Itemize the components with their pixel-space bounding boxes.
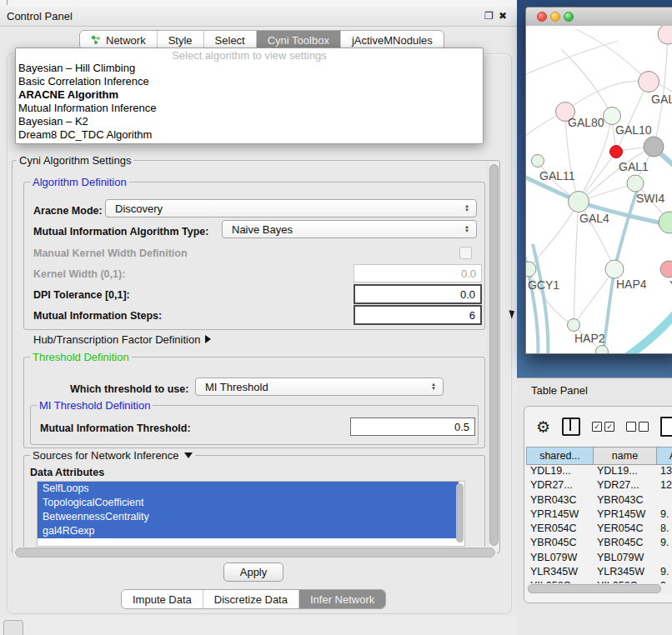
- which-threshold-combobox[interactable]: MI Threshold ▲▼: [195, 378, 444, 396]
- tab-jactivemnodules[interactable]: jActiveMNodules: [341, 31, 444, 49]
- network-node-hap4[interactable]: [605, 260, 624, 278]
- control-panel-window: Control Panel ❐ ✖ Network Style Select C…: [0, 7, 517, 617]
- network-node[interactable]: [604, 108, 621, 125]
- tab-cyni-toolbox[interactable]: Cyni Toolbox: [257, 31, 341, 49]
- close-window-icon[interactable]: ✖: [499, 10, 507, 22]
- node-label-hap4: HAP4: [616, 278, 647, 291]
- attribute-list-scrollbar[interactable]: [456, 483, 464, 542]
- tab-network[interactable]: Network: [80, 31, 158, 49]
- bottom-tabbar: Impute Data Discretize Data Infer Networ…: [121, 589, 386, 609]
- attribute-item-selected[interactable]: gal4RGexp: [38, 524, 459, 538]
- network-node[interactable]: [660, 261, 672, 278]
- table-horizontal-scrollbar[interactable]: [526, 583, 672, 593]
- tab-style[interactable]: Style: [158, 31, 204, 49]
- node-label-gal4: GAL4: [579, 212, 609, 225]
- table-row[interactable]: YBR043CYBR043C: [526, 494, 672, 508]
- network-node-gcy1[interactable]: [526, 262, 536, 277]
- column-header-name[interactable]: name: [593, 447, 656, 465]
- apply-button[interactable]: Apply: [223, 562, 283, 582]
- data-attributes-list[interactable]: SelfLoops TopologicalCoefficient Between…: [37, 481, 465, 547]
- columns-icon[interactable]: [562, 418, 580, 436]
- tab-discretize-data[interactable]: Discretize Data: [203, 590, 299, 608]
- network-node-gal4[interactable]: [569, 192, 589, 212]
- tab-network-label: Network: [106, 34, 146, 47]
- settings-vertical-scrollbar[interactable]: [488, 162, 499, 550]
- network-node[interactable]: [532, 155, 544, 168]
- network-node-gal10[interactable]: [644, 137, 664, 157]
- dropdown-item[interactable]: Basic Correlation Inference: [18, 75, 149, 88]
- kernel-width-field[interactable]: 0.0: [354, 264, 482, 282]
- mi-threshold-field[interactable]: 0.5: [350, 418, 475, 436]
- table-row[interactable]: YER054CYER054C8.: [526, 522, 672, 537]
- dropdown-item[interactable]: Bayesian – Hill Climbing: [18, 62, 135, 74]
- dropdown-placeholder: Select algorithm to view settings: [16, 49, 483, 62]
- deselect-all-columns-icon[interactable]: [626, 422, 649, 432]
- aracne-mode-label: Aracne Mode:: [33, 205, 103, 217]
- table-row[interactable]: YBR045CYBR045C9.: [526, 537, 672, 551]
- mi-steps-field[interactable]: 6: [354, 305, 482, 325]
- node-label-gcy1: GCY1: [528, 278, 559, 292]
- node-label-gal80: GAL80: [568, 116, 604, 129]
- algorithm-dropdown-popup: Select algorithm to view settings Bayesi…: [15, 48, 484, 144]
- export-table-icon[interactable]: [660, 417, 672, 437]
- mac-close-button[interactable]: [537, 12, 547, 22]
- table-header-row: shared... name A: [526, 447, 672, 465]
- table-row[interactable]: YPR145WYPR145W9.: [526, 508, 672, 522]
- kernel-width-value: 0.0: [461, 268, 476, 280]
- settings-horizontal-scrollbar[interactable]: [13, 547, 497, 558]
- data-attributes-label: Data Attributes: [30, 467, 104, 478]
- column-header-partial[interactable]: A: [656, 447, 672, 465]
- table-row[interactable]: YLR345WYLR345W9.: [526, 566, 672, 580]
- collapse-down-icon: [184, 452, 193, 458]
- tab-impute-data[interactable]: Impute Data: [122, 590, 203, 608]
- node-label: GAL: [651, 92, 672, 106]
- hub-definition-toggle[interactable]: Hub/Transcription Factor Definition: [33, 333, 211, 346]
- network-canvas[interactable]: GAL GAL80 GAL10 GAL1 GAL11 SWI4 GAL4 GCY…: [526, 26, 672, 353]
- mi-type-combobox[interactable]: Naive Bayes ▲▼: [222, 220, 477, 238]
- node-label-gal10: GAL10: [615, 123, 652, 137]
- dpi-tolerance-label: DPI Tolerance [0,1]:: [33, 289, 130, 301]
- network-view-window: GAL GAL80 GAL10 GAL1 GAL11 SWI4 GAL4 GCY…: [525, 7, 672, 354]
- tab-infer-network-label: Infer Network: [310, 593, 374, 606]
- mac-zoom-button[interactable]: [564, 12, 574, 22]
- attribute-item-selected[interactable]: TopologicalCoefficient: [38, 496, 459, 510]
- network-node[interactable]: [658, 26, 672, 44]
- gear-icon[interactable]: ⚙: [536, 419, 550, 435]
- which-threshold-value: MI Threshold: [205, 381, 268, 393]
- tab-select[interactable]: Select: [204, 31, 257, 49]
- float-window-icon[interactable]: ❐: [484, 10, 494, 22]
- manual-kernel-checkbox[interactable]: [459, 247, 472, 259]
- dropdown-item[interactable]: Dream8 DC_TDC Algorithm: [18, 128, 152, 141]
- attribute-item-selected[interactable]: BetweennessCentrality: [38, 510, 459, 524]
- dpi-tolerance-field[interactable]: 0.0: [354, 284, 482, 304]
- node-table: shared... name A YDL19...YDL19...13 YDR2…: [526, 447, 672, 595]
- dropdown-item-selected[interactable]: ARACNE Algorithm: [18, 88, 118, 101]
- panel-dock-icon[interactable]: [3, 620, 23, 635]
- network-node[interactable]: [596, 346, 609, 354]
- table-row[interactable]: YBL079WYBL079W: [526, 552, 672, 566]
- sources-group-toggle[interactable]: Sources for Network Inference: [30, 449, 195, 462]
- dropdown-item[interactable]: Mutual Information Inference: [18, 102, 156, 114]
- network-node-gal1[interactable]: [627, 175, 644, 192]
- stepper-icon: ▲▼: [431, 382, 436, 391]
- network-node-selected[interactable]: [610, 146, 623, 158]
- mi-steps-value: 6: [469, 309, 475, 322]
- attribute-item-selected[interactable]: SelfLoops: [38, 482, 459, 496]
- table-row[interactable]: YDR27...YDR27...12: [526, 479, 672, 493]
- dropdown-item[interactable]: Bayesian – K2: [18, 115, 88, 128]
- network-node[interactable]: [639, 72, 659, 92]
- network-node-hap2[interactable]: [568, 319, 580, 332]
- network-node-swi4[interactable]: [659, 212, 672, 233]
- apply-button-label: Apply: [240, 566, 268, 578]
- network-graph: [526, 26, 672, 353]
- tab-infer-network[interactable]: Infer Network: [299, 590, 385, 608]
- mac-minimize-button[interactable]: [550, 12, 560, 22]
- mi-type-label: Mutual Information Algorithm Type:: [33, 226, 208, 238]
- table-row[interactable]: YDL19...YDL19...13: [526, 465, 672, 479]
- column-header-shared-name[interactable]: shared...: [526, 447, 593, 465]
- network-window-titlebar[interactable]: [526, 8, 672, 27]
- aracne-mode-combobox[interactable]: Discovery ▲▼: [105, 199, 477, 218]
- table-panel-frame: ⚙ ✓✓ shared... name A YDL19...YDL19...13…: [524, 406, 672, 603]
- select-all-columns-icon[interactable]: ✓✓: [592, 422, 614, 432]
- sources-group-title: Sources for Network Inference: [33, 449, 179, 462]
